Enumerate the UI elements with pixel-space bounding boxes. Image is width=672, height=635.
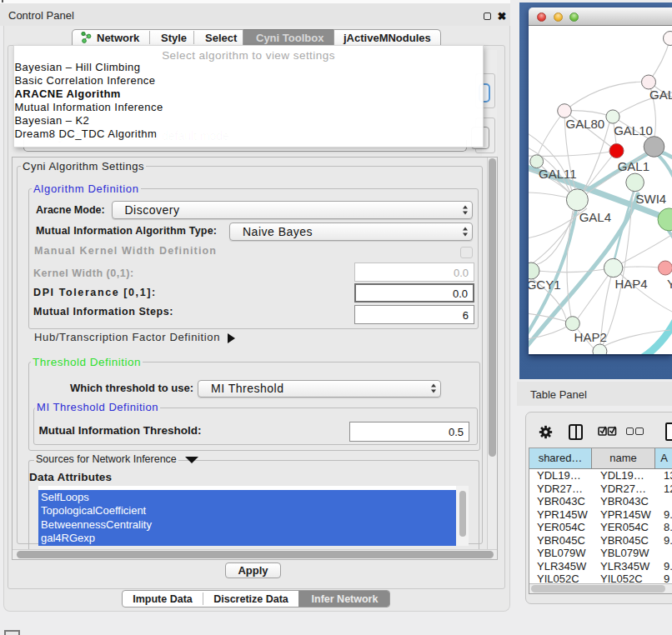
svg-text:GAL4: GAL4 <box>579 210 611 224</box>
svg-text:HAP4: HAP4 <box>614 277 647 291</box>
svg-text:GAL1: GAL1 <box>618 159 649 173</box>
svg-text:GAL2: GAL2 <box>649 88 672 102</box>
svg-text:GAL11: GAL11 <box>539 167 577 181</box>
svg-text:GCY1: GCY1 <box>529 278 561 292</box>
svg-text:HAP2: HAP2 <box>574 330 607 344</box>
svg-text:GAL10: GAL10 <box>614 123 653 138</box>
svg-text:YM: YM <box>667 277 672 291</box>
svg-text:SWI4: SWI4 <box>636 192 667 206</box>
svg-text:GAL80: GAL80 <box>566 117 605 131</box>
